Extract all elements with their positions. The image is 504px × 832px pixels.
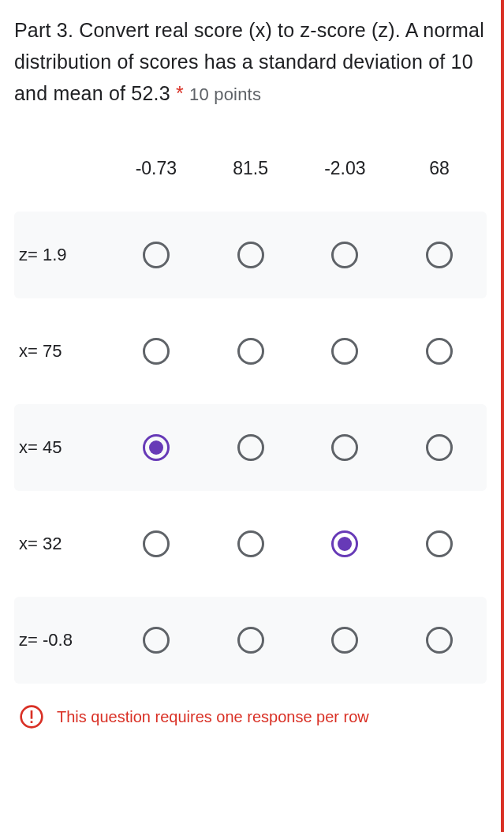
- radio-option[interactable]: [331, 434, 358, 461]
- error-text: This question requires one response per …: [57, 705, 369, 729]
- radio-option[interactable]: [143, 338, 170, 365]
- radio-option[interactable]: [143, 242, 170, 268]
- error-icon: [19, 704, 44, 729]
- radio-option[interactable]: [331, 338, 358, 365]
- radio-option[interactable]: [143, 627, 170, 654]
- radio-option[interactable]: [426, 338, 453, 365]
- row-label: z= -0.8: [14, 630, 109, 650]
- column-header: -2.03: [298, 158, 393, 179]
- row-label: x= 75: [14, 341, 109, 362]
- column-header: 68: [392, 158, 487, 179]
- column-header: -0.73: [109, 158, 203, 179]
- points-label: 10 points: [189, 84, 261, 104]
- grid-row: z= -0.8: [14, 597, 487, 684]
- grid-row: x= 32: [14, 500, 487, 587]
- radio-option-selected[interactable]: [331, 530, 358, 557]
- column-header: 81.5: [203, 158, 298, 179]
- svg-rect-2: [31, 721, 33, 723]
- grid-row: z= 1.9: [14, 212, 487, 298]
- radio-option[interactable]: [237, 627, 264, 654]
- radio-option[interactable]: [237, 338, 264, 365]
- radio-option[interactable]: [426, 530, 453, 557]
- radio-option[interactable]: [426, 434, 453, 461]
- radio-option[interactable]: [237, 434, 264, 461]
- grid-header-row: -0.73 81.5 -2.03 68: [14, 148, 487, 188]
- grid-row: x= 45: [14, 404, 487, 491]
- question-card: Part 3. Convert real score (x) to z-scor…: [0, 0, 501, 737]
- radio-option[interactable]: [331, 627, 358, 654]
- row-label: x= 45: [14, 437, 109, 458]
- row-label: x= 32: [14, 534, 109, 554]
- question-title: Part 3. Convert real score (x) to z-scor…: [14, 14, 487, 109]
- row-label: z= 1.9: [14, 245, 109, 265]
- grid-row: x= 75: [14, 308, 487, 395]
- radio-option[interactable]: [143, 530, 170, 557]
- required-star: *: [176, 82, 184, 104]
- error-message-row: This question requires one response per …: [14, 704, 487, 729]
- radio-option[interactable]: [331, 242, 358, 268]
- radio-option-selected[interactable]: [143, 434, 170, 461]
- radio-option[interactable]: [237, 530, 264, 557]
- radio-grid: -0.73 81.5 -2.03 68 z= 1.9 x= 75 x= 45: [14, 148, 487, 684]
- radio-option[interactable]: [426, 242, 453, 268]
- svg-rect-1: [31, 710, 33, 719]
- radio-option[interactable]: [237, 242, 264, 268]
- radio-option[interactable]: [426, 627, 453, 654]
